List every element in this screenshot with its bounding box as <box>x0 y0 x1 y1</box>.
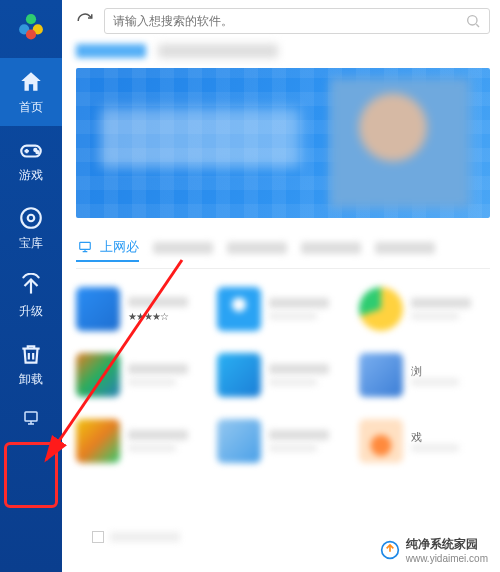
svg-rect-11 <box>80 242 91 249</box>
watermark: 纯净系统家园 www.yidaimei.com <box>376 534 492 566</box>
nav-library[interactable]: 宝库 <box>0 194 62 262</box>
app-name <box>269 298 329 308</box>
nav-home-label: 首页 <box>19 99 43 116</box>
app-name: 戏 <box>411 430 471 440</box>
svg-point-7 <box>21 208 41 228</box>
app-card[interactable]: 浏 <box>359 349 490 401</box>
app-thumb <box>359 287 403 331</box>
app-card[interactable] <box>359 283 490 335</box>
checkbox-icon <box>92 531 104 543</box>
home-icon <box>18 69 44 95</box>
nav-games[interactable]: 游戏 <box>0 126 62 194</box>
nav-upgrade-label: 升级 <box>19 303 43 320</box>
nav-games-label: 游戏 <box>19 167 43 184</box>
banner-headline <box>100 108 300 168</box>
category-tabs: 上网必 <box>76 238 490 269</box>
app-name <box>128 364 188 374</box>
app-name <box>269 430 329 440</box>
search-icon <box>465 13 481 29</box>
app-name <box>411 298 471 308</box>
board-icon <box>22 409 40 427</box>
app-logo <box>13 8 49 44</box>
app-card[interactable]: ★★★★☆ <box>76 283 207 335</box>
svg-point-0 <box>26 14 36 24</box>
breadcrumb <box>76 44 490 62</box>
nav-more[interactable] <box>0 398 62 438</box>
nav-uninstall[interactable]: 卸载 <box>0 330 62 398</box>
app-thumb <box>76 287 120 331</box>
app-name <box>269 364 329 374</box>
tab-internet-label: 上网必 <box>100 238 139 256</box>
nav-home[interactable]: 首页 <box>0 58 62 126</box>
watermark-logo-icon <box>380 540 400 560</box>
app-name <box>128 430 188 440</box>
app-name <box>128 297 188 307</box>
tab-3[interactable] <box>227 242 287 258</box>
tab-internet[interactable]: 上网必 <box>76 238 139 262</box>
svg-point-6 <box>36 151 38 153</box>
app-card[interactable]: 戏 <box>359 415 490 467</box>
svg-rect-9 <box>25 412 37 421</box>
watermark-brand: 纯净系统家园 <box>406 536 488 553</box>
disc-icon <box>18 205 44 231</box>
nav-upgrade[interactable]: 升级 <box>0 262 62 330</box>
search-box[interactable] <box>104 8 490 34</box>
refresh-icon[interactable] <box>76 12 94 30</box>
tab-5[interactable] <box>375 242 435 258</box>
app-thumb <box>359 419 403 463</box>
hero-banner[interactable] <box>76 68 490 218</box>
app-thumb <box>76 419 120 463</box>
app-card[interactable] <box>217 415 348 467</box>
app-name: 浏 <box>411 364 471 374</box>
app-card[interactable] <box>217 283 348 335</box>
main-content: 上网必 ★★★★☆ <box>62 0 500 572</box>
banner-image <box>330 78 470 208</box>
app-grid: ★★★★☆ 浏 <box>76 283 490 467</box>
app-thumb <box>217 353 261 397</box>
app-thumb <box>76 353 120 397</box>
app-card[interactable] <box>76 415 207 467</box>
tab-4[interactable] <box>301 242 361 258</box>
nav-uninstall-label: 卸载 <box>19 371 43 388</box>
svg-point-3 <box>26 29 36 39</box>
top-bar <box>76 8 490 34</box>
upgrade-icon <box>18 273 44 299</box>
breadcrumb-chip <box>76 44 146 58</box>
app-thumb <box>217 419 261 463</box>
app-card[interactable] <box>76 349 207 401</box>
watermark-url: www.yidaimei.com <box>406 553 488 564</box>
app-thumb <box>359 353 403 397</box>
search-input[interactable] <box>113 14 465 28</box>
footer-hint <box>92 530 192 544</box>
monitor-icon <box>76 240 94 254</box>
app-thumb <box>217 287 261 331</box>
app-card[interactable] <box>217 349 348 401</box>
trash-icon <box>18 341 44 367</box>
tab-2[interactable] <box>153 242 213 258</box>
nav-library-label: 宝库 <box>19 235 43 252</box>
breadcrumb-chip-2 <box>158 44 278 58</box>
gamepad-icon <box>18 137 44 163</box>
svg-point-10 <box>468 16 477 25</box>
app-rating: ★★★★☆ <box>128 311 188 322</box>
sidebar: 首页 游戏 宝库 升级 卸载 <box>0 0 62 572</box>
svg-point-8 <box>28 214 35 221</box>
